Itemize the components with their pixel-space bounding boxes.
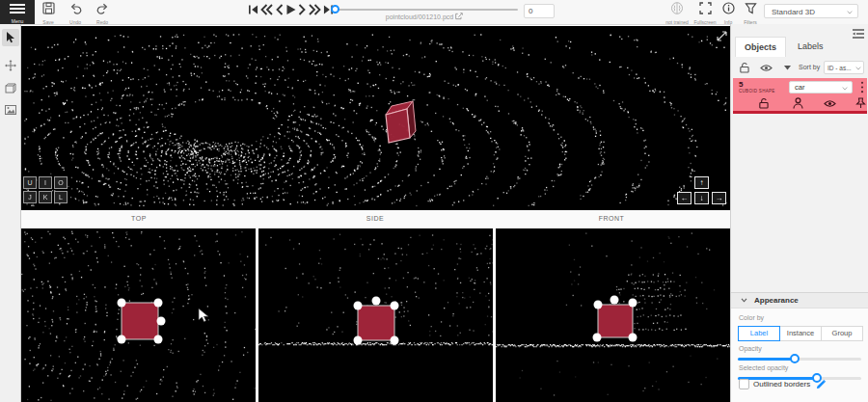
move-tool-button[interactable]	[2, 57, 19, 74]
image-tool-button[interactable]	[2, 101, 19, 119]
camera-key-k[interactable]: K	[39, 191, 52, 203]
appearance-header[interactable]: Appearance	[731, 293, 868, 308]
undo-icon	[69, 2, 82, 14]
save-button[interactable]: Save	[37, 1, 60, 24]
sort-select[interactable]: ID - as...	[824, 61, 864, 74]
mouse-cursor	[199, 308, 208, 322]
info-icon	[722, 2, 735, 14]
arrow-up-button[interactable]: ↑	[694, 176, 709, 189]
objects-sidebar: Objects Labels Sort by ID - as... 5 CUBO…	[730, 24, 868, 402]
arrow-down-button[interactable]: ↓	[694, 192, 709, 204]
cuboid-front-view[interactable]	[593, 296, 637, 342]
cuboid-icon	[5, 83, 16, 94]
info-button[interactable]: Info	[718, 1, 739, 24]
top-toolbar: Menu Save Undo Redo	[0, 0, 868, 25]
annotation-app: Menu Save Undo Redo	[0, 0, 868, 402]
chevron-down-icon	[855, 66, 861, 71]
color-by-label-button[interactable]: Label	[738, 326, 780, 341]
redo-label: Redo	[91, 19, 114, 25]
hamburger-icon	[10, 4, 25, 13]
camera-key-u[interactable]: U	[23, 176, 37, 189]
move-icon	[5, 60, 16, 71]
not-trained-label: not trained	[664, 19, 691, 25]
fullscreen-icon	[699, 2, 712, 14]
frame-number-input[interactable]	[524, 4, 555, 18]
object-hide-icon[interactable]	[824, 99, 836, 108]
filter-icon	[745, 2, 757, 14]
previous-frame-button[interactable]	[275, 4, 284, 15]
tab-objects[interactable]: Objects	[735, 37, 786, 57]
main-3d-view[interactable]: U I O J K L ↑ ← ↓ →	[21, 26, 730, 210]
link-icon[interactable]	[455, 13, 463, 20]
object-lock-icon[interactable]	[758, 97, 769, 109]
chevron-down-icon	[842, 86, 848, 92]
sidebar-fold-icon[interactable]	[853, 29, 864, 39]
play-button[interactable]	[285, 4, 296, 15]
camera-key-o[interactable]: O	[54, 176, 68, 189]
backward-frame-button[interactable]	[260, 4, 273, 15]
brain-icon	[670, 2, 684, 14]
cuboid-side-view[interactable]	[354, 297, 399, 345]
redo-button[interactable]: Redo	[91, 1, 114, 24]
camera-key-i[interactable]: I	[39, 176, 52, 189]
object-occluded-icon[interactable]	[793, 97, 803, 109]
color-by-instance-button[interactable]: Instance	[779, 326, 822, 341]
cursor-tool-button[interactable]	[2, 29, 19, 46]
arrow-left-button[interactable]: ←	[677, 192, 692, 204]
top-view-label: TOP	[95, 215, 182, 222]
front-projection-view[interactable]	[496, 228, 730, 402]
image-icon	[5, 105, 16, 115]
resize-view-icon[interactable]	[716, 30, 728, 42]
fullscreen-button[interactable]: Fullscreen	[692, 1, 718, 24]
save-label: Save	[37, 19, 60, 25]
undo-button[interactable]: Undo	[64, 1, 87, 24]
appearance-panel: Appearance Color by Label Instance Group…	[731, 292, 868, 402]
object-id: 5	[739, 80, 743, 89]
fullscreen-label: Fullscreen	[692, 19, 718, 25]
opacity-slider-track	[738, 358, 795, 361]
first-frame-button[interactable]	[248, 4, 258, 15]
undo-label: Undo	[64, 19, 87, 25]
next-frame-button[interactable]	[298, 4, 307, 15]
controls-sidebar	[0, 24, 21, 402]
lock-all-icon[interactable]	[739, 62, 749, 73]
front-view-label: FRONT	[568, 215, 655, 222]
cuboid-3d-overlay	[21, 26, 730, 210]
forward-frame-button[interactable]	[309, 4, 321, 15]
sort-by-label: Sort by	[799, 64, 820, 70]
cuboid-3d[interactable]	[386, 101, 416, 143]
object-pin-icon[interactable]	[855, 97, 866, 109]
outlined-borders-label: Outlined borders	[753, 380, 810, 389]
frame-slider-handle[interactable]	[331, 5, 339, 13]
outline-color-pencil-icon[interactable]	[816, 379, 827, 389]
save-icon	[42, 2, 55, 14]
tab-labels[interactable]: Labels	[789, 37, 832, 56]
appearance-title: Appearance	[754, 296, 799, 305]
outlined-borders-checkbox[interactable]	[739, 379, 749, 389]
opacity-slider-handle[interactable]	[790, 354, 800, 363]
color-by-group-button[interactable]: Group	[821, 326, 863, 341]
ai-tools-button[interactable]: not trained	[664, 1, 691, 24]
hide-all-icon[interactable]	[760, 64, 773, 72]
side-projection-view[interactable]	[258, 228, 493, 402]
color-by-label: Color by	[739, 314, 764, 321]
menu-button[interactable]: Menu	[0, 0, 35, 24]
object-label-select[interactable]: car	[789, 81, 853, 94]
frame-slider-rail[interactable]	[335, 9, 518, 11]
object-menu-dots-icon[interactable]	[860, 81, 864, 94]
camera-key-l[interactable]: L	[54, 191, 68, 203]
object-type-label: CUBOID SHAPE	[739, 89, 775, 94]
expand-all-caret-icon[interactable]	[783, 65, 792, 71]
cuboid-top-view[interactable]	[118, 299, 166, 344]
arrow-right-button[interactable]: →	[712, 192, 726, 204]
selected-opacity-label: Selected opacity	[739, 364, 788, 371]
workspace-select[interactable]: Standard 3D	[764, 4, 858, 18]
object-item[interactable]: 5 CUBOID SHAPE car	[733, 78, 867, 114]
side-view-overlay	[258, 228, 493, 402]
opacity-slider[interactable]	[738, 358, 861, 361]
camera-key-j[interactable]: J	[23, 191, 37, 203]
collapse-caret-icon	[741, 298, 747, 303]
draw-cuboid-tool-button[interactable]	[2, 80, 19, 97]
top-projection-view[interactable]	[21, 228, 256, 402]
filters-button[interactable]: Filters	[739, 1, 762, 24]
